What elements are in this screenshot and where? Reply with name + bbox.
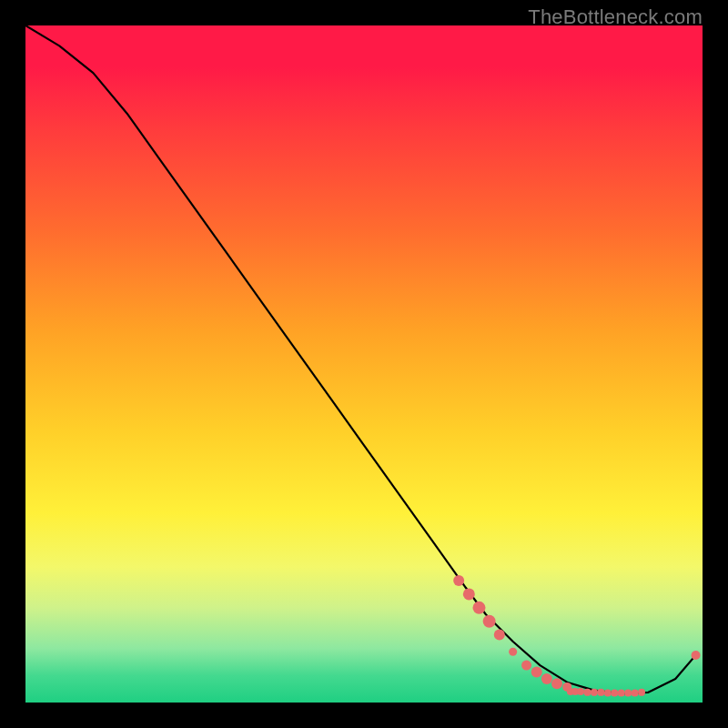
marker-point bbox=[624, 690, 632, 697]
curve-layer bbox=[25, 25, 703, 703]
marker-point bbox=[632, 690, 639, 697]
marker-point bbox=[611, 690, 618, 697]
marker-point bbox=[618, 690, 625, 697]
plot-area bbox=[25, 25, 703, 703]
marker-point bbox=[541, 673, 552, 684]
marker-point bbox=[591, 689, 598, 696]
marker-point bbox=[509, 648, 517, 656]
marker-point bbox=[604, 690, 612, 697]
marker-point bbox=[638, 689, 645, 696]
marker-point bbox=[551, 678, 562, 689]
marker-point bbox=[692, 651, 701, 660]
marker-point bbox=[483, 615, 496, 628]
marker-point bbox=[597, 689, 604, 696]
marker-point bbox=[577, 688, 584, 695]
marker-point bbox=[494, 630, 505, 641]
marker-point bbox=[463, 588, 475, 600]
chart-stage: TheBottleneck.com bbox=[0, 0, 728, 728]
marker-point bbox=[521, 661, 531, 671]
highlighted-points-group bbox=[453, 575, 700, 697]
marker-point bbox=[584, 689, 592, 696]
marker-point bbox=[531, 667, 542, 678]
marker-point bbox=[453, 575, 464, 586]
bottleneck-curve-path bbox=[25, 25, 696, 693]
marker-point bbox=[472, 602, 485, 614]
